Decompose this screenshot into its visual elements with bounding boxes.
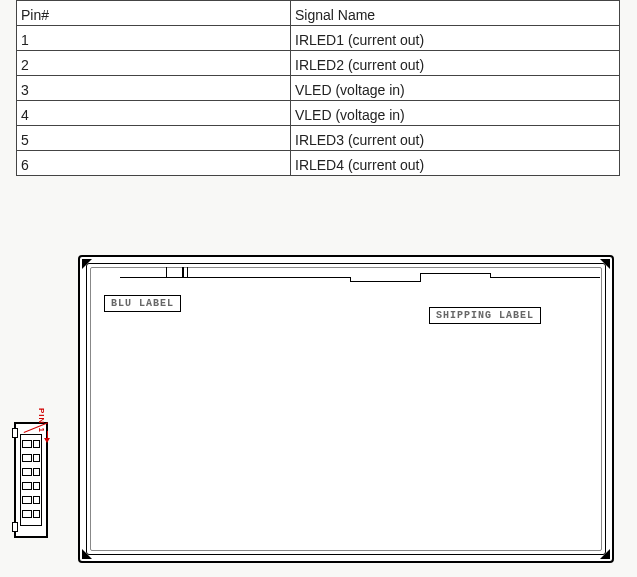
header-signal: Signal Name — [291, 1, 620, 26]
table-header-row: Pin# Signal Name — [17, 1, 620, 26]
cell-pin: 6 — [17, 151, 291, 176]
cell-signal: IRLED1 (current out) — [291, 26, 620, 51]
table-row: 4 VLED (voltage in) — [17, 101, 620, 126]
connector-contact-icon — [33, 496, 40, 504]
connector-contact-icon — [33, 440, 40, 448]
cell-pin: 4 — [17, 101, 291, 126]
cell-signal: IRLED2 (current out) — [291, 51, 620, 76]
cell-signal: IRLED4 (current out) — [291, 151, 620, 176]
table-row: 6 IRLED4 (current out) — [17, 151, 620, 176]
page-root: Pin# Signal Name 1 IRLED1 (current out) … — [0, 0, 637, 577]
connector-pin-icon — [22, 496, 32, 504]
corner-gusset-icon — [600, 259, 610, 269]
connector-pin-icon — [22, 510, 32, 518]
table-row: 3 VLED (voltage in) — [17, 76, 620, 101]
cell-pin: 1 — [17, 26, 291, 51]
connector-contact-icon — [33, 482, 40, 490]
led-connector-outline — [14, 422, 48, 538]
table-row: 1 IRLED1 (current out) — [17, 26, 620, 51]
cell-pin: 2 — [17, 51, 291, 76]
cell-pin: 3 — [17, 76, 291, 101]
mechanical-drawing: BLU LABEL SHIPPING LABEL PIN 1 — [0, 255, 637, 565]
pin-assignment-table: Pin# Signal Name 1 IRLED1 (current out) … — [16, 0, 620, 176]
corner-gusset-icon — [600, 549, 610, 559]
connector-pin-icon — [22, 454, 32, 462]
table-row: 2 IRLED2 (current out) — [17, 51, 620, 76]
connector-contact-icon — [33, 468, 40, 476]
connector-pin-icon — [22, 440, 32, 448]
table-row: 5 IRLED3 (current out) — [17, 126, 620, 151]
corner-gusset-icon — [82, 549, 92, 559]
cell-signal: IRLED3 (current out) — [291, 126, 620, 151]
pin1-leader-line — [24, 421, 50, 433]
connector-ear-icon — [12, 522, 18, 532]
connector-contact-icon — [33, 454, 40, 462]
connector-contact-icon — [33, 510, 40, 518]
connector-pin-icon — [22, 482, 32, 490]
connector-ear-icon — [12, 428, 18, 438]
cell-pin: 5 — [17, 126, 291, 151]
connector-pin-icon — [22, 468, 32, 476]
blu-label-marker: BLU LABEL — [104, 295, 181, 312]
header-pin: Pin# — [17, 1, 291, 26]
cell-signal: VLED (voltage in) — [291, 76, 620, 101]
cell-signal: VLED (voltage in) — [291, 101, 620, 126]
corner-gusset-icon — [82, 259, 92, 269]
shipping-label-marker: SHIPPING LABEL — [429, 307, 541, 324]
